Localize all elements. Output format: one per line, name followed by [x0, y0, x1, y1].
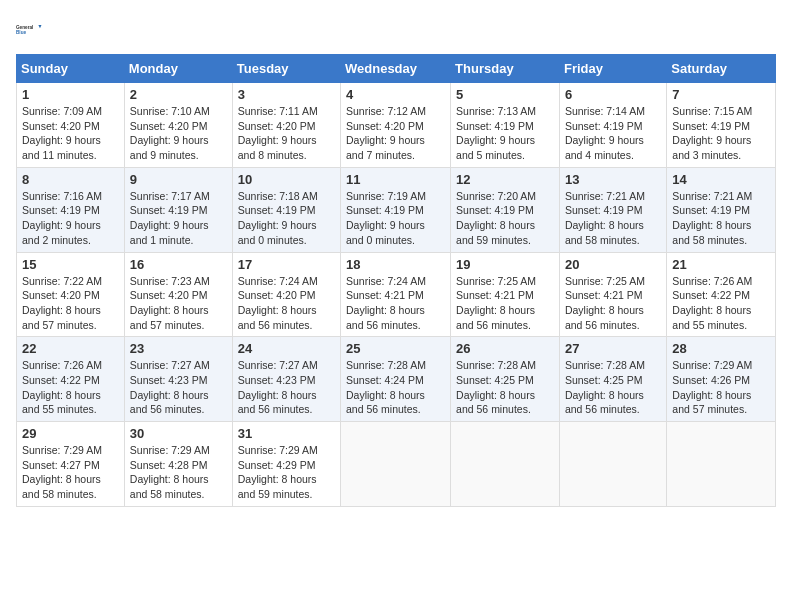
day-header-friday: Friday — [559, 55, 666, 83]
calendar-cell: 23Sunrise: 7:27 AMSunset: 4:23 PMDayligh… — [124, 337, 232, 422]
cell-info: Sunrise: 7:27 AMSunset: 4:23 PMDaylight:… — [130, 358, 227, 417]
cell-info: Sunrise: 7:29 AMSunset: 4:26 PMDaylight:… — [672, 358, 770, 417]
cell-info: Sunrise: 7:10 AMSunset: 4:20 PMDaylight:… — [130, 104, 227, 163]
cell-info: Sunrise: 7:09 AMSunset: 4:20 PMDaylight:… — [22, 104, 119, 163]
day-number: 24 — [238, 341, 335, 356]
cell-info: Sunrise: 7:14 AMSunset: 4:19 PMDaylight:… — [565, 104, 661, 163]
day-number: 21 — [672, 257, 770, 272]
day-number: 15 — [22, 257, 119, 272]
calendar-cell — [341, 422, 451, 507]
cell-info: Sunrise: 7:19 AMSunset: 4:19 PMDaylight:… — [346, 189, 445, 248]
day-number: 7 — [672, 87, 770, 102]
calendar-cell: 17Sunrise: 7:24 AMSunset: 4:20 PMDayligh… — [232, 252, 340, 337]
cell-info: Sunrise: 7:18 AMSunset: 4:19 PMDaylight:… — [238, 189, 335, 248]
day-header-sunday: Sunday — [17, 55, 125, 83]
day-number: 9 — [130, 172, 227, 187]
cell-info: Sunrise: 7:29 AMSunset: 4:27 PMDaylight:… — [22, 443, 119, 502]
calendar-cell: 4Sunrise: 7:12 AMSunset: 4:20 PMDaylight… — [341, 83, 451, 168]
day-number: 26 — [456, 341, 554, 356]
calendar-cell: 9Sunrise: 7:17 AMSunset: 4:19 PMDaylight… — [124, 167, 232, 252]
week-row-5: 29Sunrise: 7:29 AMSunset: 4:27 PMDayligh… — [17, 422, 776, 507]
calendar-cell: 27Sunrise: 7:28 AMSunset: 4:25 PMDayligh… — [559, 337, 666, 422]
day-header-tuesday: Tuesday — [232, 55, 340, 83]
day-number: 23 — [130, 341, 227, 356]
day-number: 1 — [22, 87, 119, 102]
day-number: 30 — [130, 426, 227, 441]
svg-text:General: General — [16, 25, 33, 30]
calendar-cell: 10Sunrise: 7:18 AMSunset: 4:19 PMDayligh… — [232, 167, 340, 252]
calendar-cell — [559, 422, 666, 507]
calendar-cell: 3Sunrise: 7:11 AMSunset: 4:20 PMDaylight… — [232, 83, 340, 168]
calendar-cell — [451, 422, 560, 507]
cell-info: Sunrise: 7:16 AMSunset: 4:19 PMDaylight:… — [22, 189, 119, 248]
calendar-cell: 24Sunrise: 7:27 AMSunset: 4:23 PMDayligh… — [232, 337, 340, 422]
cell-info: Sunrise: 7:29 AMSunset: 4:28 PMDaylight:… — [130, 443, 227, 502]
day-number: 20 — [565, 257, 661, 272]
cell-info: Sunrise: 7:25 AMSunset: 4:21 PMDaylight:… — [565, 274, 661, 333]
cell-info: Sunrise: 7:27 AMSunset: 4:23 PMDaylight:… — [238, 358, 335, 417]
calendar-cell: 15Sunrise: 7:22 AMSunset: 4:20 PMDayligh… — [17, 252, 125, 337]
calendar-cell: 19Sunrise: 7:25 AMSunset: 4:21 PMDayligh… — [451, 252, 560, 337]
calendar-header-row: SundayMondayTuesdayWednesdayThursdayFrid… — [17, 55, 776, 83]
calendar-cell: 2Sunrise: 7:10 AMSunset: 4:20 PMDaylight… — [124, 83, 232, 168]
day-number: 14 — [672, 172, 770, 187]
calendar-cell: 13Sunrise: 7:21 AMSunset: 4:19 PMDayligh… — [559, 167, 666, 252]
day-number: 17 — [238, 257, 335, 272]
cell-info: Sunrise: 7:21 AMSunset: 4:19 PMDaylight:… — [672, 189, 770, 248]
cell-info: Sunrise: 7:15 AMSunset: 4:19 PMDaylight:… — [672, 104, 770, 163]
cell-info: Sunrise: 7:24 AMSunset: 4:21 PMDaylight:… — [346, 274, 445, 333]
day-number: 6 — [565, 87, 661, 102]
week-row-4: 22Sunrise: 7:26 AMSunset: 4:22 PMDayligh… — [17, 337, 776, 422]
week-row-3: 15Sunrise: 7:22 AMSunset: 4:20 PMDayligh… — [17, 252, 776, 337]
calendar-cell: 25Sunrise: 7:28 AMSunset: 4:24 PMDayligh… — [341, 337, 451, 422]
cell-info: Sunrise: 7:23 AMSunset: 4:20 PMDaylight:… — [130, 274, 227, 333]
day-number: 28 — [672, 341, 770, 356]
calendar-cell: 20Sunrise: 7:25 AMSunset: 4:21 PMDayligh… — [559, 252, 666, 337]
calendar-cell: 21Sunrise: 7:26 AMSunset: 4:22 PMDayligh… — [667, 252, 776, 337]
day-number: 4 — [346, 87, 445, 102]
day-number: 22 — [22, 341, 119, 356]
calendar-cell: 1Sunrise: 7:09 AMSunset: 4:20 PMDaylight… — [17, 83, 125, 168]
logo: General Blue — [16, 16, 44, 44]
cell-info: Sunrise: 7:28 AMSunset: 4:24 PMDaylight:… — [346, 358, 445, 417]
svg-marker-2 — [38, 25, 41, 28]
day-number: 31 — [238, 426, 335, 441]
day-number: 11 — [346, 172, 445, 187]
day-number: 25 — [346, 341, 445, 356]
calendar-cell: 30Sunrise: 7:29 AMSunset: 4:28 PMDayligh… — [124, 422, 232, 507]
calendar-cell: 16Sunrise: 7:23 AMSunset: 4:20 PMDayligh… — [124, 252, 232, 337]
day-header-wednesday: Wednesday — [341, 55, 451, 83]
page-header: General Blue — [16, 16, 776, 44]
calendar-cell: 31Sunrise: 7:29 AMSunset: 4:29 PMDayligh… — [232, 422, 340, 507]
day-number: 29 — [22, 426, 119, 441]
cell-info: Sunrise: 7:20 AMSunset: 4:19 PMDaylight:… — [456, 189, 554, 248]
calendar-cell: 8Sunrise: 7:16 AMSunset: 4:19 PMDaylight… — [17, 167, 125, 252]
calendar-cell: 18Sunrise: 7:24 AMSunset: 4:21 PMDayligh… — [341, 252, 451, 337]
calendar-cell: 7Sunrise: 7:15 AMSunset: 4:19 PMDaylight… — [667, 83, 776, 168]
week-row-2: 8Sunrise: 7:16 AMSunset: 4:19 PMDaylight… — [17, 167, 776, 252]
cell-info: Sunrise: 7:24 AMSunset: 4:20 PMDaylight:… — [238, 274, 335, 333]
day-number: 5 — [456, 87, 554, 102]
day-number: 10 — [238, 172, 335, 187]
day-header-monday: Monday — [124, 55, 232, 83]
calendar-cell: 28Sunrise: 7:29 AMSunset: 4:26 PMDayligh… — [667, 337, 776, 422]
cell-info: Sunrise: 7:22 AMSunset: 4:20 PMDaylight:… — [22, 274, 119, 333]
calendar-cell: 22Sunrise: 7:26 AMSunset: 4:22 PMDayligh… — [17, 337, 125, 422]
calendar-cell: 29Sunrise: 7:29 AMSunset: 4:27 PMDayligh… — [17, 422, 125, 507]
day-number: 16 — [130, 257, 227, 272]
cell-info: Sunrise: 7:12 AMSunset: 4:20 PMDaylight:… — [346, 104, 445, 163]
cell-info: Sunrise: 7:29 AMSunset: 4:29 PMDaylight:… — [238, 443, 335, 502]
day-header-saturday: Saturday — [667, 55, 776, 83]
day-number: 27 — [565, 341, 661, 356]
day-header-thursday: Thursday — [451, 55, 560, 83]
cell-info: Sunrise: 7:21 AMSunset: 4:19 PMDaylight:… — [565, 189, 661, 248]
cell-info: Sunrise: 7:26 AMSunset: 4:22 PMDaylight:… — [22, 358, 119, 417]
day-number: 18 — [346, 257, 445, 272]
calendar-cell: 6Sunrise: 7:14 AMSunset: 4:19 PMDaylight… — [559, 83, 666, 168]
day-number: 8 — [22, 172, 119, 187]
logo-icon: General Blue — [16, 16, 44, 44]
cell-info: Sunrise: 7:28 AMSunset: 4:25 PMDaylight:… — [456, 358, 554, 417]
cell-info: Sunrise: 7:26 AMSunset: 4:22 PMDaylight:… — [672, 274, 770, 333]
calendar-cell: 26Sunrise: 7:28 AMSunset: 4:25 PMDayligh… — [451, 337, 560, 422]
calendar-cell: 12Sunrise: 7:20 AMSunset: 4:19 PMDayligh… — [451, 167, 560, 252]
